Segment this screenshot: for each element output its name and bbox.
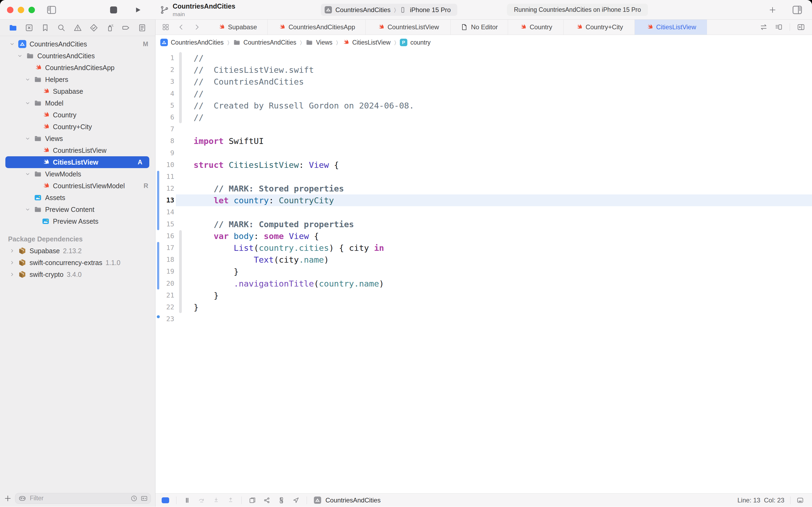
scheme-selector[interactable]: CountriesAndCities 〉 iPhone 15 Pro xyxy=(321,4,457,16)
run-button[interactable] xyxy=(134,6,142,14)
editor-only-layout-icon[interactable] xyxy=(162,497,169,503)
code-line-3[interactable]: 3// CountriesAndCities xyxy=(156,76,812,88)
disclosure-chevron-icon[interactable] xyxy=(9,247,18,254)
code-line-10[interactable]: 10struct CitiesListView: View { xyxy=(156,159,812,171)
line-number[interactable]: 6 xyxy=(159,111,174,123)
code-line-1[interactable]: 1// xyxy=(156,52,812,64)
run-destination[interactable]: iPhone 15 Pro xyxy=(410,6,451,14)
code-line-11[interactable]: 11 xyxy=(156,171,812,183)
code-line-14[interactable]: 14 xyxy=(156,206,812,218)
zoom-window-button[interactable] xyxy=(28,7,35,13)
line-number[interactable]: 2 xyxy=(159,64,174,76)
filter-options-icon[interactable] xyxy=(18,494,27,502)
line-number[interactable]: 5 xyxy=(159,100,174,111)
adjust-editor-options-icon[interactable] xyxy=(775,23,783,31)
line-number[interactable]: 20 xyxy=(159,278,174,289)
recents-filter-icon[interactable] xyxy=(130,495,138,502)
line-number[interactable]: 12 xyxy=(159,183,174,194)
sidebar-item-country-city[interactable]: Country+City xyxy=(0,121,155,133)
code-line-22[interactable]: 22} xyxy=(156,301,812,313)
code-line-4[interactable]: 4// xyxy=(156,88,812,100)
code-line-18[interactable]: 18 Text(city.name) xyxy=(156,254,812,266)
code-line-16[interactable]: 16 var body: some View { xyxy=(156,230,812,242)
jump-bar-item-citieslistview[interactable]: CitiesListView xyxy=(342,39,391,46)
sidebar-item-supabase[interactable]: Supabase xyxy=(0,86,155,97)
environment-overrides-icon[interactable] xyxy=(278,497,285,504)
code-line-23[interactable]: 23 xyxy=(156,313,812,325)
sidebar-item-views[interactable]: Views xyxy=(0,133,155,145)
package-item-supabase[interactable]: Supabase2.13.2 xyxy=(0,245,155,257)
jump-bar-item-country[interactable]: Pcountry xyxy=(400,39,430,46)
filter-input[interactable] xyxy=(30,495,127,502)
line-number[interactable]: 7 xyxy=(159,123,174,135)
disclosure-chevron-icon[interactable] xyxy=(25,100,34,106)
add-editor-icon[interactable] xyxy=(797,23,805,31)
simulate-location-icon[interactable] xyxy=(292,497,300,504)
jump-bar-item-countriesandcities[interactable]: CountriesAndCities xyxy=(160,39,224,46)
line-number[interactable]: 4 xyxy=(159,88,174,100)
code-line-15[interactable]: 15 // MARK: Computed properties xyxy=(156,218,812,230)
code-line-19[interactable]: 19 } xyxy=(156,266,812,277)
source-control-filter-icon[interactable] xyxy=(140,495,148,502)
sidebar-item-helpers[interactable]: Helpers xyxy=(0,73,155,86)
related-items-grid-icon[interactable] xyxy=(162,23,169,31)
scheme-name[interactable]: CountriesAndCities xyxy=(335,6,391,14)
line-number[interactable]: 1 xyxy=(159,52,174,64)
sidebar-item-assets[interactable]: Assets xyxy=(0,192,155,204)
disclosure-chevron-icon[interactable] xyxy=(9,260,18,266)
code-line-20[interactable]: 20 .navigationTitle(country.name) xyxy=(156,278,812,289)
line-number[interactable]: 18 xyxy=(159,254,174,266)
line-number[interactable]: 11 xyxy=(159,171,174,183)
add-item-button[interactable] xyxy=(4,494,12,502)
code-line-5[interactable]: 5// Created by Russell Gordon on 2024-06… xyxy=(156,100,812,111)
disclosure-chevron-icon[interactable] xyxy=(17,53,26,59)
package-item-swift-crypto[interactable]: swift-crypto3.4.0 xyxy=(0,269,155,280)
disclosure-chevron-icon[interactable] xyxy=(25,171,34,177)
sidebar-item-countriesandcities[interactable]: CountriesAndCitiesM xyxy=(0,38,155,50)
line-number[interactable]: 9 xyxy=(159,147,174,159)
code-line-9[interactable]: 9 xyxy=(156,147,812,159)
test-navigator-icon[interactable] xyxy=(90,23,98,32)
close-window-button[interactable] xyxy=(7,7,13,13)
filter-field[interactable] xyxy=(15,493,151,504)
code-review-icon[interactable] xyxy=(760,23,768,31)
code-line-17[interactable]: 17 List(country.cities) { city in xyxy=(156,242,812,254)
source-control-navigator-icon[interactable] xyxy=(25,23,34,32)
disclosure-chevron-icon[interactable] xyxy=(25,206,34,213)
debug-pause-icon[interactable] xyxy=(183,497,191,504)
find-navigator-icon[interactable] xyxy=(57,23,66,32)
breakpoint-navigator-icon[interactable] xyxy=(122,23,130,32)
sidebar-item-countriesandcities[interactable]: CountriesAndCities xyxy=(0,50,155,62)
code-line-12[interactable]: 12 // MARK: Stored properties xyxy=(156,183,812,194)
line-number[interactable]: 16 xyxy=(159,230,174,242)
go-back-icon[interactable] xyxy=(177,23,185,31)
running-process-name[interactable]: CountriesAndCities xyxy=(326,497,381,504)
line-number[interactable]: 13 xyxy=(159,194,174,206)
minimize-window-button[interactable] xyxy=(18,7,24,13)
sidebar-item-viewmodels[interactable]: ViewModels xyxy=(0,168,155,180)
source-editor[interactable]: 1//2// CitiesListView.swift3// Countries… xyxy=(156,50,812,493)
code-line-13[interactable]: 13 let country: CountryCity xyxy=(156,194,812,206)
line-number[interactable]: 17 xyxy=(159,242,174,254)
code-line-6[interactable]: 6// xyxy=(156,111,812,123)
debug-navigator-icon[interactable] xyxy=(106,23,114,32)
line-number[interactable]: 14 xyxy=(159,206,174,218)
code-line-2[interactable]: 2// CitiesListView.swift xyxy=(156,64,812,76)
code-line-8[interactable]: 8import SwiftUI xyxy=(156,135,812,147)
sidebar-item-preview-assets[interactable]: Preview Assets xyxy=(0,215,155,227)
disclosure-chevron-icon[interactable] xyxy=(9,271,18,278)
editor-tab-country[interactable]: Country xyxy=(508,19,564,35)
editor-tab-no-editor[interactable]: No Editor xyxy=(451,19,508,35)
toggle-left-sidebar-icon[interactable] xyxy=(46,5,57,15)
line-number[interactable]: 21 xyxy=(159,289,174,301)
stop-button[interactable] xyxy=(110,6,117,13)
sidebar-item-countrieslistviewmodel[interactable]: CountriesListViewModelR xyxy=(0,180,155,192)
editor-tab-supabase[interactable]: Supabase xyxy=(207,19,268,35)
go-forward-icon[interactable] xyxy=(193,23,200,31)
line-number[interactable]: 22 xyxy=(159,301,174,313)
project-navigator-icon[interactable] xyxy=(9,23,17,32)
line-number[interactable]: 10 xyxy=(159,159,174,171)
line-number[interactable]: 8 xyxy=(159,135,174,147)
toggle-right-inspector-icon[interactable] xyxy=(792,4,803,15)
issue-navigator-icon[interactable] xyxy=(73,23,82,32)
